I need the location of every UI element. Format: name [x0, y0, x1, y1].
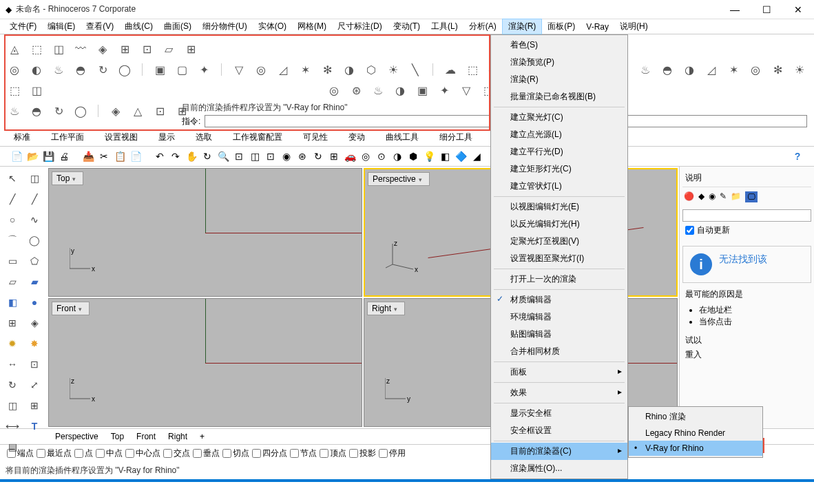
sphere-icon[interactable]: ●	[25, 293, 44, 311]
menu-solid[interactable]: 实体(O)	[253, 19, 292, 34]
tool-icon[interactable]: ◫	[51, 41, 66, 56]
tool-icon[interactable]: ◐	[29, 62, 44, 77]
tool-icon[interactable]: ✦	[196, 62, 211, 77]
pointer-icon[interactable]: ↖	[3, 169, 22, 187]
tool-icon[interactable]: ⊞	[183, 41, 198, 56]
paste-icon[interactable]: 📄	[129, 149, 143, 163]
polygon-icon[interactable]: ⬠	[25, 252, 44, 270]
tool-icon[interactable]: ◯	[73, 103, 88, 118]
vtab-right[interactable]: Right	[168, 432, 187, 441]
osnap-checkbox[interactable]	[125, 449, 134, 458]
menu-view[interactable]: 查看(V)	[81, 19, 119, 34]
vtab-add[interactable]: +	[200, 432, 205, 441]
tool-icon[interactable]: ⊞	[117, 41, 132, 56]
rect-icon[interactable]: ▭	[3, 252, 22, 270]
menu-item[interactable]: 建立平行光(D)	[491, 143, 627, 160]
tool-icon[interactable]: ◫	[29, 83, 44, 98]
tool-icon[interactable]: ⊛	[295, 149, 309, 163]
mesh-icon[interactable]: ⊞	[3, 314, 22, 332]
cut-icon[interactable]: ✂	[97, 149, 111, 163]
tool-icon[interactable]: ◎	[359, 149, 373, 163]
osnap-checkbox[interactable]	[290, 449, 299, 458]
move-icon[interactable]: ↔	[3, 355, 22, 373]
subd-icon[interactable]: ◈	[25, 314, 44, 332]
osnap-item[interactable]: 中心点	[125, 448, 160, 459]
tool-icon[interactable]: ✻	[770, 62, 785, 77]
menu-item[interactable]: 材质编辑器	[491, 291, 627, 308]
viewport-front[interactable]: Front xz	[48, 298, 362, 427]
menu-item[interactable]: 渲染(R)	[491, 71, 627, 88]
menu-item[interactable]: 建立管状灯(L)	[491, 178, 627, 195]
menu-item[interactable]: 批量渲染已命名视图(B)	[491, 88, 627, 105]
menu-item[interactable]: 打开上一次的渲染	[491, 271, 627, 288]
tool-icon[interactable]: ◢	[470, 149, 483, 163]
curve-icon[interactable]: ∿	[25, 211, 44, 229]
tab-standard[interactable]: 标准	[14, 132, 30, 146]
tab-cplane[interactable]: 工作平面	[51, 132, 84, 146]
menu-item[interactable]: 以反光编辑灯光(H)	[491, 216, 627, 233]
new-icon[interactable]: 📄	[10, 149, 23, 163]
vtab-top[interactable]: Top	[111, 432, 124, 441]
tool-icon[interactable]: 💡	[422, 149, 436, 163]
menu-dimension[interactable]: 尺寸标注(D)	[332, 19, 388, 34]
burst-icon[interactable]: ✸	[25, 335, 44, 353]
tool-icon[interactable]: ╲	[408, 62, 423, 77]
box-icon[interactable]: ▰	[25, 273, 44, 291]
osnap-item[interactable]: 中点	[96, 448, 123, 459]
menu-help[interactable]: 说明(H)	[614, 19, 654, 34]
tab-select[interactable]: 选取	[196, 132, 212, 146]
menu-item[interactable]: 定聚光灯至视图(V)	[491, 233, 627, 250]
osnap-item[interactable]: 顶点	[320, 448, 346, 459]
menu-item[interactable]: 渲染属性(O)...	[491, 460, 627, 477]
submenu-item[interactable]: Legacy Rhino Render	[629, 426, 762, 441]
menu-panel[interactable]: 面板(P)	[542, 19, 581, 34]
viewport-label[interactable]: Perspective	[368, 172, 430, 186]
render-icon[interactable]: 🔷	[454, 149, 468, 163]
tool-icon[interactable]: ☁	[443, 62, 458, 77]
brush-icon[interactable]: ✎	[720, 191, 727, 202]
menu-item[interactable]: 建立矩形灯光(C)	[491, 160, 627, 178]
osnap-checkbox[interactable]	[320, 449, 328, 458]
tool-icon[interactable]: ◎	[253, 62, 269, 77]
gear-icon[interactable]: ✹	[3, 335, 22, 353]
menu-surface[interactable]: 曲面(S)	[158, 19, 197, 34]
osnap-item[interactable]: 点	[74, 448, 93, 459]
menu-subd[interactable]: 细分物件(U)	[197, 19, 253, 34]
tool-icon[interactable]: 〰	[73, 41, 88, 56]
close-button[interactable]: ✕	[782, 0, 814, 19]
maximize-button[interactable]: ☐	[751, 0, 782, 19]
tool-icon[interactable]: ◉	[280, 149, 293, 163]
tool-icon[interactable]: ⊞	[327, 149, 341, 163]
tool-icon[interactable]: ⊡	[264, 149, 278, 163]
viewport-label[interactable]: Front	[52, 302, 90, 315]
print-icon[interactable]: 🖨	[57, 149, 71, 163]
open-icon[interactable]: 📂	[25, 149, 39, 163]
zoom-extents-icon[interactable]: ⊡	[232, 149, 246, 163]
tool-icon[interactable]: ⊡	[152, 103, 167, 118]
menu-curve[interactable]: 曲线(C)	[119, 19, 158, 34]
osnap-item[interactable]: 停用	[379, 448, 406, 459]
tab-setview[interactable]: 设置视图	[105, 132, 138, 146]
help-icon[interactable]: ?	[791, 149, 804, 163]
menu-item[interactable]: 渲染预览(P)	[491, 54, 627, 71]
tool-icon[interactable]: ◯	[117, 62, 132, 77]
redo-icon[interactable]: ↷	[169, 149, 182, 163]
solid-icon[interactable]: ◧	[3, 293, 22, 311]
submenu-item[interactable]: Rhino 渲染	[629, 408, 762, 426]
osnap-item[interactable]: 节点	[290, 448, 317, 459]
tab-visibility[interactable]: 可见性	[303, 132, 328, 146]
scale-icon[interactable]: ⤢	[25, 376, 44, 394]
tool-icon[interactable]: ↻	[311, 149, 325, 163]
viewport-label[interactable]: Right	[367, 302, 405, 315]
tool-icon[interactable]: ▽	[459, 83, 474, 98]
osnap-checkbox[interactable]	[163, 449, 172, 458]
submenu-item[interactable]: V-Ray for Rhino	[629, 441, 762, 456]
tool-icon[interactable]: ⊡	[139, 41, 154, 56]
osnap-item[interactable]: 交点	[163, 448, 190, 459]
tool-icon[interactable]: ◈	[108, 103, 123, 118]
tool-icon[interactable]: △	[130, 103, 145, 118]
vtab-front[interactable]: Front	[136, 432, 156, 441]
osnap-item[interactable]: 垂点	[193, 448, 220, 459]
tab-layout[interactable]: 工作视窗配置	[233, 132, 282, 146]
ellipse-icon[interactable]: ◯	[25, 231, 44, 249]
